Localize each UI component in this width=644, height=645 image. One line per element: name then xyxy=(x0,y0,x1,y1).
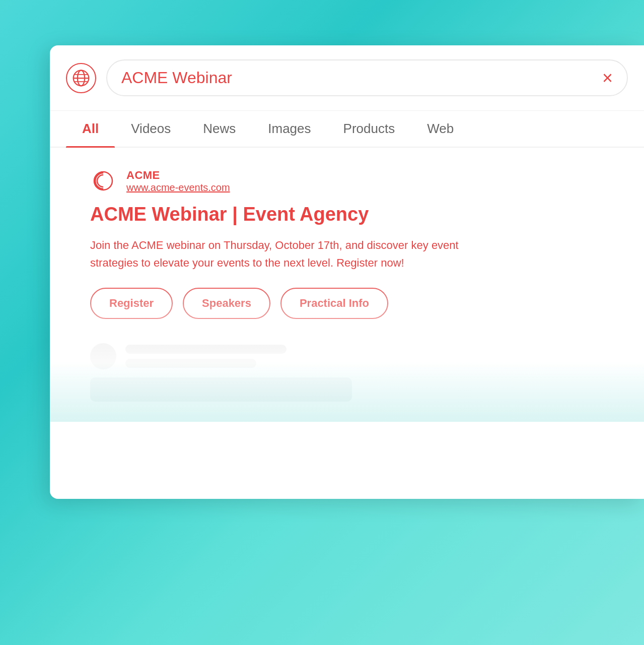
result-meta: ACME www.acme-events.com xyxy=(126,169,230,194)
results-wrapper: ACME www.acme-events.com ACME Webinar | … xyxy=(50,148,644,422)
tab-videos[interactable]: Videos xyxy=(115,111,187,147)
practical-info-button[interactable]: Practical Info xyxy=(280,288,388,319)
register-button[interactable]: Register xyxy=(90,288,173,319)
speakers-button[interactable]: Speakers xyxy=(183,288,270,319)
acme-logo-icon xyxy=(90,168,116,194)
search-input[interactable]: ACME Webinar × xyxy=(106,59,628,96)
results-area: ACME www.acme-events.com ACME Webinar | … xyxy=(50,148,644,422)
skeleton-avatar xyxy=(90,343,116,369)
result-title[interactable]: ACME Webinar | Event Agency xyxy=(90,203,624,226)
tab-products[interactable]: Products xyxy=(327,111,411,147)
result-header: ACME www.acme-events.com xyxy=(90,168,624,194)
result-description: Join the ACME webinar on Thursday, Octob… xyxy=(90,236,503,272)
close-icon[interactable]: × xyxy=(602,69,613,87)
search-query-text: ACME Webinar xyxy=(121,69,232,87)
result-url[interactable]: www.acme-events.com xyxy=(126,182,230,194)
browser-window: ACME Webinar × All Videos News Images Pr… xyxy=(50,45,644,499)
tab-images[interactable]: Images xyxy=(252,111,327,147)
tab-web[interactable]: Web xyxy=(411,111,470,147)
skeleton-line-1 xyxy=(125,345,287,354)
result-buttons: Register Speakers Practical Info xyxy=(90,288,624,319)
skeleton-lines xyxy=(125,345,287,368)
skeleton-line-2 xyxy=(125,359,256,368)
tabs-bar: All Videos News Images Products Web xyxy=(50,111,644,148)
tab-news[interactable]: News xyxy=(187,111,252,147)
skeleton-row-1 xyxy=(90,343,624,369)
result-brand: ACME xyxy=(126,169,230,182)
search-bar: ACME Webinar × xyxy=(50,45,644,111)
skeleton-block xyxy=(90,377,352,402)
tab-all[interactable]: All xyxy=(66,111,115,147)
skeleton-results xyxy=(90,343,624,402)
globe-icon xyxy=(66,63,96,93)
